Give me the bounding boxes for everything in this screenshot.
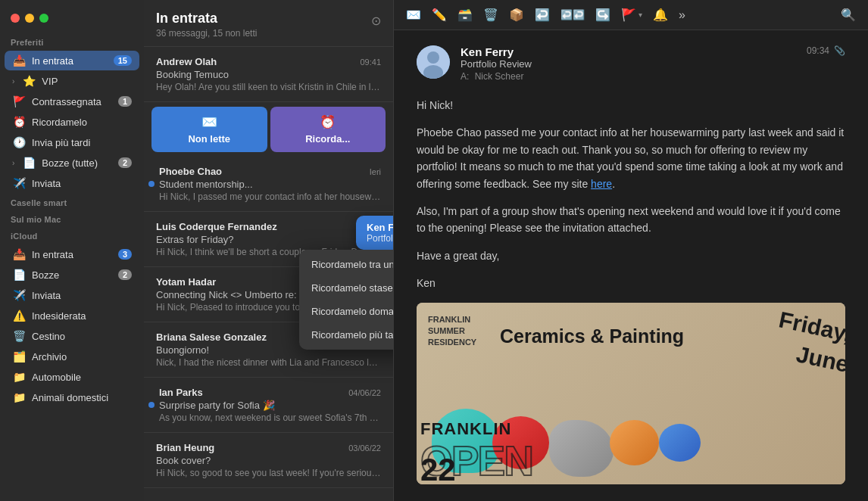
email-subject: Booking Temuco	[156, 69, 381, 80]
forward-icon[interactable]: ↪️	[595, 8, 610, 22]
sidebar-item-animali-domestici[interactable]: 📁 Animali domestici	[5, 387, 139, 407]
draft-icon: 📄	[12, 269, 26, 281]
sent-icon: ✈️	[12, 177, 26, 189]
email-item[interactable]: Phoebe Chao Ieri Student mentorship... H…	[144, 157, 393, 212]
email-time: Ieri	[370, 167, 381, 176]
email-item[interactable]: Ian Parks 04/06/22 Surprise party for So…	[144, 378, 393, 433]
email-sender: Andrew Olah	[156, 56, 217, 67]
compose-icon[interactable]: ✏️	[432, 8, 447, 22]
email-meta: Ken Ferry Portfolio Review A: Nick Schee…	[461, 45, 796, 82]
sidebar-item-label: Cestino	[32, 331, 132, 342]
paperclip-icon: 📎	[834, 45, 845, 56]
email-list: In entrata 36 messaggi, 15 non letti ⊙ A…	[144, 0, 394, 501]
mute-icon[interactable]: 🔔	[653, 8, 668, 22]
body-greeting: Hi Nick!	[417, 97, 845, 114]
svg-point-1	[427, 51, 439, 64]
sidebar-item-label: Invia più tardi	[32, 137, 132, 148]
mark-unread-button[interactable]: ✉️ Non lette	[151, 107, 267, 152]
sidebar-item-ricordamelo[interactable]: ⏰ Ricordamelo	[5, 112, 139, 132]
body-paragraph-1: Phoebe Chao passed me your contact info …	[417, 124, 845, 192]
email-item-header: Phoebe Chao Ieri	[159, 166, 381, 177]
sidebar-item-archivio[interactable]: 🗂️ Archivio	[5, 347, 139, 366]
new-message-icon[interactable]: ✉️	[406, 8, 421, 22]
email-preview: As you know, next weekend is our sweet S…	[159, 412, 381, 423]
expand-arrow-icon: ›	[12, 159, 14, 167]
email-item-ken-ferry: Ken Ferry Portfolio Review ✉️ Non lette …	[144, 102, 393, 157]
email-item[interactable]: Brian Heung 03/06/22 Book cover? Hi Nick…	[144, 433, 393, 488]
archive-icon: 🗂️	[12, 350, 26, 363]
email-item-header: Ian Parks 04/06/22	[159, 387, 381, 398]
to-label: A:	[461, 71, 469, 82]
sidebar-item-label: Inviata	[32, 178, 132, 189]
close-button[interactable]	[11, 14, 20, 23]
more-icon[interactable]: »	[679, 8, 685, 22]
trash-icon: 🗑️	[12, 330, 26, 342]
minimize-button[interactable]	[25, 14, 34, 23]
sidebar-item-label: Automobile	[32, 372, 132, 383]
sidebar-item-icloud-bozze[interactable]: 📄 Bozze 2	[5, 265, 139, 285]
email-item[interactable]: Andrew Olah 09:41 Booking Temuco Hey Ola…	[144, 47, 393, 102]
to-recipient: Nick Scheer	[475, 71, 524, 82]
search-icon[interactable]: 🔍	[841, 8, 856, 22]
sidebar-item-vip[interactable]: › ⭐ VIP	[5, 71, 139, 91]
inbox-subtitle: 36 messaggi, 15 non letti	[156, 28, 257, 39]
preferiti-section-label: Preferiti	[0, 33, 144, 50]
clock-icon: ⏰	[12, 116, 26, 128]
dropdown-item-2[interactable]: Ricordamelo stasera	[299, 276, 393, 300]
unread-label: Non lette	[188, 133, 230, 145]
sidebar-item-cestino[interactable]: 🗑️ Cestino	[5, 326, 139, 346]
remind-button[interactable]: ⏰ Ricorda...	[270, 107, 386, 152]
reply-icon[interactable]: ↩️	[535, 8, 550, 22]
email-list-header: In entrata 36 messaggi, 15 non letti ⊙	[144, 0, 393, 47]
ceramics-painting-text: Ceramics & Painting	[500, 325, 684, 347]
email-item-header: Brian Heung 03/06/22	[156, 442, 381, 453]
delete-icon[interactable]: 🗑️	[483, 8, 498, 22]
friday-text: Friday,	[776, 307, 845, 346]
archive-icon[interactable]: 🗃️	[457, 8, 473, 22]
reply-all-icon[interactable]: ↩️↩️	[560, 9, 585, 20]
email-subject: Student mentorship...	[159, 179, 381, 190]
filter-icon[interactable]: ⊙	[371, 14, 381, 28]
sidebar-item-icloud-inviata[interactable]: ✈️ Inviata	[5, 285, 139, 305]
email-to: A: Nick Scheer	[461, 71, 796, 82]
flag-button-group[interactable]: 🚩 ▾	[621, 8, 642, 22]
email-sender: Ian Parks	[159, 387, 203, 398]
sent-icon: ✈️	[12, 289, 26, 301]
inbox-icon: 📥	[12, 248, 26, 260]
caselle-smart-label: Caselle smart	[0, 194, 144, 210]
email-sender: Briana Salese Gonzalez	[156, 331, 267, 343]
dropdown-item-4[interactable]: Ricordamelo più tardi...	[299, 323, 393, 347]
sidebar-item-bozze[interactable]: › 📄 Bozze (tutte) 2	[5, 153, 139, 173]
sidebar-item-label: In entrata	[32, 249, 112, 260]
maximize-button[interactable]	[39, 14, 48, 23]
email-content: Ken Ferry Portfolio Review A: Nick Schee…	[394, 30, 868, 501]
traffic-lights	[0, 6, 144, 33]
sidebar-item-indesiderata[interactable]: ⚠️ Indesiderata	[5, 306, 139, 325]
flag-dropdown-arrow[interactable]: ▾	[639, 11, 642, 19]
email-time: 03/06/22	[348, 443, 381, 453]
dropdown-item-1[interactable]: Ricordamelo tra un'ora	[299, 253, 393, 276]
sidebar-item-automobile[interactable]: 📁 Automobile	[5, 367, 139, 387]
site-link[interactable]: here	[591, 178, 612, 190]
star-icon: ⭐	[22, 75, 36, 87]
remind-icon: ⏰	[320, 114, 336, 130]
sidebar-item-label: Animali domestici	[32, 392, 132, 403]
sidebar-item-in-entrata[interactable]: 📥 In entrata 15	[5, 51, 139, 70]
move-icon[interactable]: 📦	[509, 8, 524, 22]
sidebar-item-contrassegnata[interactable]: 🚩 Contrassegnata 1	[5, 92, 139, 111]
sidebar-item-invia-piu-tardi[interactable]: 🕐 Invia più tardi	[5, 132, 139, 152]
flag-icon: 🚩	[621, 8, 636, 22]
sidebar-item-label: Bozze (tutte)	[42, 157, 112, 169]
badge: 2	[118, 269, 132, 280]
email-timestamp: 09:34 📎	[807, 45, 845, 56]
draft-icon: 📄	[22, 157, 36, 169]
sidebar: Preferiti 📥 In entrata 15 › ⭐ VIP 🚩 Cont…	[0, 0, 144, 501]
email-subject: Extras for Friday?	[156, 234, 381, 245]
franklin-text: FRANKLINSUMMERRESIDENCY	[428, 314, 476, 349]
expand-arrow-icon: ›	[12, 77, 14, 86]
dropdown-item-3[interactable]: Ricordamelo domani	[299, 300, 393, 323]
sidebar-item-inviata[interactable]: ✈️ Inviata	[5, 173, 139, 193]
folder-icon: 📁	[12, 371, 26, 383]
sidebar-item-label: Inviata	[32, 290, 132, 301]
sidebar-item-icloud-in-entrata[interactable]: 📥 In entrata 3	[5, 244, 139, 264]
